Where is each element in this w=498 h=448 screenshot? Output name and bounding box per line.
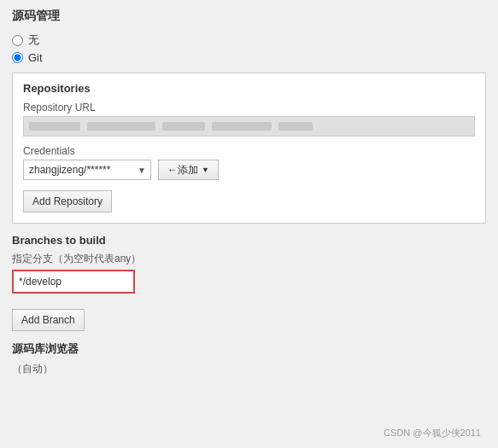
radio-git-label: Git bbox=[28, 51, 43, 64]
radio-none-label: 无 bbox=[28, 32, 39, 48]
credentials-select-wrapper: zhangjizeng/****** ▼ bbox=[23, 160, 151, 180]
branches-section: Branches to build 指定分支（为空时代表any） Add Bra… bbox=[12, 234, 486, 331]
radio-git-input[interactable] bbox=[12, 52, 23, 63]
add-credentials-label: ←添加 bbox=[167, 163, 198, 177]
radio-git[interactable]: Git bbox=[12, 51, 486, 64]
placeholder-block-5 bbox=[278, 122, 313, 131]
radio-none[interactable]: 无 bbox=[12, 32, 486, 48]
page-title: 源码管理 bbox=[0, 0, 498, 29]
repositories-section: Repositories Repository URL Credentials … bbox=[12, 73, 486, 224]
url-placeholder-blocks bbox=[29, 122, 469, 131]
source-browser-title: 源码库浏览器 bbox=[12, 341, 486, 357]
add-repository-label: Add Repository bbox=[32, 195, 103, 207]
source-browser-value: （自动） bbox=[12, 360, 486, 378]
branch-input-wrapper bbox=[12, 270, 135, 294]
repo-url-input[interactable] bbox=[23, 116, 475, 137]
page-container: 源码管理 无 Git Repositories Repository URL C… bbox=[0, 0, 498, 448]
branches-title: Branches to build bbox=[12, 234, 486, 247]
add-credentials-button[interactable]: ←添加 ▼ bbox=[158, 160, 219, 180]
branch-input[interactable] bbox=[14, 271, 133, 292]
footer-watermark: CSDN @今狐少侠2011 bbox=[0, 423, 489, 443]
credentials-label: Credentials bbox=[23, 145, 475, 157]
radio-none-input[interactable] bbox=[12, 35, 23, 46]
dropdown-arrow-icon: ▼ bbox=[202, 166, 209, 174]
credentials-select[interactable]: zhangjizeng/****** bbox=[23, 160, 151, 180]
credentials-row: zhangjizeng/****** ▼ ←添加 ▼ bbox=[23, 160, 475, 180]
source-browser-section: 源码库浏览器 （自动） bbox=[12, 341, 486, 378]
repositories-title: Repositories bbox=[23, 82, 475, 95]
add-branch-label: Add Branch bbox=[21, 314, 75, 326]
placeholder-block-4 bbox=[212, 122, 272, 131]
source-control-radio-group: 无 Git bbox=[0, 29, 498, 67]
add-branch-button[interactable]: Add Branch bbox=[12, 309, 85, 331]
repo-url-label: Repository URL bbox=[23, 102, 475, 113]
placeholder-block-3 bbox=[162, 122, 205, 131]
placeholder-block-1 bbox=[29, 122, 80, 131]
placeholder-block-2 bbox=[87, 122, 155, 131]
branch-specifier-label: 指定分支（为空时代表any） bbox=[12, 252, 486, 266]
add-repository-button[interactable]: Add Repository bbox=[23, 190, 112, 212]
